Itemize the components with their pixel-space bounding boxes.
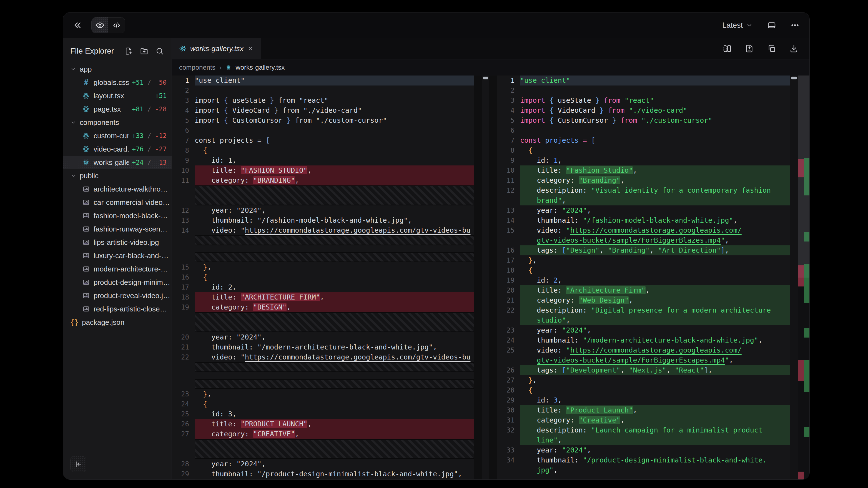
breadcrumb-folder[interactable]: components xyxy=(179,64,215,71)
tree-file-luxury-car-black-and--[interactable]: luxury-car-black-and-… xyxy=(63,249,172,262)
code-toggle-button[interactable] xyxy=(108,18,125,33)
new-file-button[interactable] xyxy=(123,45,134,57)
copy-code-button[interactable] xyxy=(766,42,778,55)
line-number xyxy=(172,372,195,379)
line-number xyxy=(497,465,520,475)
breadcrumb-file[interactable]: works-gallery.tsx xyxy=(236,64,285,71)
search-button[interactable] xyxy=(154,45,165,57)
line-number: 21 xyxy=(172,342,195,352)
diff-file-icon xyxy=(745,44,754,53)
tree-file-modern-architecture--[interactable]: modern-architecture-… xyxy=(63,262,172,275)
diff-filler-hatch xyxy=(172,252,474,262)
preview-toggle-button[interactable] xyxy=(92,18,108,33)
tree-file-product-design-minim-[interactable]: product-design-minim… xyxy=(63,275,172,289)
line-number xyxy=(172,186,195,205)
left-scrollbar-thumb[interactable] xyxy=(483,76,488,79)
collapse-panel-button[interactable] xyxy=(71,19,84,32)
code-line: 13 thumbnail: "/fashion-model-black-and-… xyxy=(172,216,474,225)
close-tab-button[interactable] xyxy=(247,45,253,52)
code-line: gtv-videos-bucket/sample/ForBiggerEscape… xyxy=(497,355,790,365)
line-number: 17 xyxy=(497,255,520,265)
line-number xyxy=(497,235,520,246)
line-number xyxy=(497,355,520,365)
close-icon xyxy=(247,45,253,52)
tree-file-globals.css[interactable]: #globals.css+51 / -50 xyxy=(63,76,172,89)
code-line: 31 category: "Creative", xyxy=(497,415,790,425)
tree-file-red-lips-artistic-close-[interactable]: red-lips-artistic-close… xyxy=(63,302,172,316)
tree-item-label: red-lips-artistic-close… xyxy=(94,305,167,314)
code-line: 24 thumbnail: "/modern-architecture-blac… xyxy=(497,335,790,345)
tree-file-fashion-model-black--[interactable]: fashion-model-black-… xyxy=(63,209,172,222)
editor: works-gallery.tsx xyxy=(172,38,809,479)
ruler-mark-add xyxy=(804,427,810,437)
react-icon xyxy=(83,92,90,99)
right-scrollbar-thumb[interactable] xyxy=(792,76,797,79)
more-options-button[interactable] xyxy=(789,19,801,31)
tree-folder-components[interactable]: components xyxy=(63,116,172,129)
chevron-down-icon xyxy=(70,173,76,179)
code-line: 16 tags: ["Design", "Branding", "Art Dir… xyxy=(497,246,790,255)
code-line: jpg", xyxy=(497,465,790,475)
version-dropdown[interactable]: Latest xyxy=(720,21,754,30)
code-line: 22 description: "Digital presence for a … xyxy=(497,305,790,315)
tree-file-product-reveal-video.j-[interactable]: product-reveal-video.j… xyxy=(63,289,172,302)
search-icon xyxy=(155,47,164,55)
open-in-browser-button[interactable] xyxy=(766,19,778,31)
new-folder-button[interactable] xyxy=(138,45,150,57)
tab-bar: works-gallery.tsx xyxy=(172,38,809,59)
tree-item-label: product-design-minim… xyxy=(94,278,170,287)
app-window: Latest File Explorer xyxy=(63,12,810,480)
line-number xyxy=(497,315,520,325)
tree-file-layout.tsx[interactable]: layout.tsx+51 xyxy=(63,89,172,102)
split-view-icon xyxy=(723,44,732,53)
code-line: 2 xyxy=(172,86,474,96)
right-scrollbar[interactable] xyxy=(790,75,798,479)
collapse-sidebar-button[interactable] xyxy=(70,456,86,472)
tree-folder-app[interactable]: app xyxy=(63,62,172,76)
line-number: 22 xyxy=(172,352,195,362)
react-icon xyxy=(83,159,90,166)
css-hash-icon: # xyxy=(84,78,88,87)
code-line: 25 video: "https://commondatastorage.goo… xyxy=(497,345,790,355)
view-diff-button[interactable] xyxy=(743,42,755,55)
sidebar-title: File Explorer xyxy=(70,46,123,56)
line-number: 6 xyxy=(172,126,195,135)
line-number: 10 xyxy=(172,165,195,175)
line-number: 16 xyxy=(497,246,520,255)
tab-works-gallery[interactable]: works-gallery.tsx xyxy=(172,38,261,59)
split-view-button[interactable] xyxy=(721,42,733,55)
line-number: 10 xyxy=(497,165,520,175)
image-icon xyxy=(83,225,90,233)
diff-overview-ruler[interactable] xyxy=(798,75,810,479)
code-line: 10 title: "FASHION STUDIO", xyxy=(172,165,474,175)
line-number: 20 xyxy=(497,285,520,295)
code-line: line", xyxy=(497,435,790,445)
tree-file-page.tsx[interactable]: page.tsx+81 / -28 xyxy=(63,102,172,116)
line-number: 33 xyxy=(497,445,520,455)
code-line: 1"use client" xyxy=(497,75,790,86)
left-scrollbar[interactable] xyxy=(482,75,489,479)
code-line: 29 thumbnail: "/product-design-minimalis… xyxy=(172,469,474,479)
code-line: 9 id: 1, xyxy=(172,156,474,165)
tree-folder-public[interactable]: public xyxy=(63,169,172,183)
line-number: 8 xyxy=(497,145,520,156)
tree-file-lips-artistic-video.jpg[interactable]: lips-artistic-video.jpg xyxy=(63,236,172,249)
line-number: 11 xyxy=(497,175,520,186)
version-label: Latest xyxy=(722,21,743,30)
tree-file-fashion-runway-scen-[interactable]: fashion-runway-scen… xyxy=(63,222,172,236)
line-number: 24 xyxy=(172,399,195,409)
tree-file-custom-curs-[interactable]: custom-curs…+33 / -12 xyxy=(63,129,172,142)
tree-file-car-commercial-video-[interactable]: car-commercial-video… xyxy=(63,196,172,209)
react-icon xyxy=(225,64,231,70)
file-tree: app#globals.css+51 / -50layout.tsx+51pag… xyxy=(63,62,172,329)
code-line: 1"use client" xyxy=(172,75,474,86)
tree-file-works-galler-[interactable]: works-galler…+24 / -13 xyxy=(63,156,172,169)
diff-filler-spacer xyxy=(172,372,474,379)
tree-file-package.json[interactable]: {}package.json xyxy=(63,316,172,329)
line-number: 17 xyxy=(172,282,195,292)
tree-file-architecture-walkthro-[interactable]: architecture-walkthro… xyxy=(63,183,172,196)
folder-plus-icon xyxy=(140,47,148,55)
download-button[interactable] xyxy=(788,42,800,55)
tree-file-video-card.tsx[interactable]: video-card.tsx+76 / -27 xyxy=(63,142,172,156)
line-number: 15 xyxy=(172,262,195,272)
